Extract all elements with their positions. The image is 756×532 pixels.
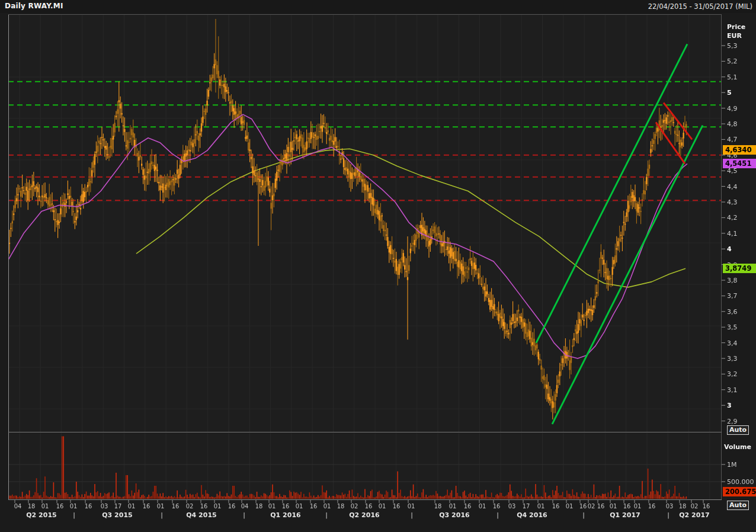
quarter-separator: | (582, 511, 585, 519)
quarter-label: Q1 2016 (270, 511, 300, 519)
price-tick-label: 3,3 (727, 355, 738, 363)
price-tick-label: 4,8 (727, 120, 738, 128)
day-tick-label: 01 (610, 503, 617, 509)
day-tick-label: 01 (214, 503, 222, 509)
price-tick-label: 3,6 (727, 307, 738, 315)
quarter-separator: | (161, 511, 163, 519)
price-tick-label: 4,1 (727, 229, 738, 237)
day-tick-label: 01 (128, 503, 136, 509)
price-tick-label: 5 (727, 89, 732, 97)
day-tick-label: 03 (101, 503, 108, 509)
day-tick-label: 02 (691, 503, 699, 509)
price-tick-label: 3,8 (727, 277, 738, 284)
day-tick-label: 01 (70, 503, 78, 509)
day-tick-label: 01 (449, 503, 457, 509)
price-tick-label: 2,9 (727, 417, 738, 425)
header-bar: Daily RWAY.MI 22/04/2015 - 31/05/2017 (M… (0, 0, 756, 13)
day-tick-label: 16 (703, 503, 710, 509)
quarter-label: Q1 2017 (610, 511, 640, 519)
day-tick-label: 02 (186, 503, 194, 509)
day-tick-label: 01 (157, 503, 165, 509)
day-tick-label: 16 (310, 503, 318, 509)
day-tick-label: 18 (337, 503, 345, 509)
day-tick-label: 01 (41, 503, 49, 509)
price-tick-label: 3,4 (727, 339, 738, 347)
quarter-separator: | (243, 511, 245, 519)
price-chart-canvas[interactable] (0, 0, 756, 532)
quarter-separator: | (496, 511, 499, 519)
day-tick-label: 01 (479, 503, 486, 509)
day-tick-label: 17 (114, 503, 122, 509)
day-tick-label: 18 (434, 503, 442, 509)
day-tick-label: 16 (579, 503, 587, 509)
volume-tick-label: 500.000 (727, 478, 754, 486)
price-tick-label: 3,7 (727, 292, 738, 300)
day-tick-label: 16 (143, 503, 150, 509)
price-tick-label: 4,2 (727, 214, 738, 222)
day-tick-label: 01 (268, 503, 276, 509)
price-axis-title: Price (727, 23, 745, 31)
quarter-label: Q2 2015 (26, 511, 56, 519)
chart-application-window: Daily RWAY.MI 22/04/2015 - 31/05/2017 (M… (0, 0, 756, 532)
quarter-separator: | (325, 511, 328, 519)
day-tick-label: 18 (28, 503, 36, 509)
day-tick-label: 04 (14, 503, 22, 509)
quarter-separator: | (667, 511, 669, 519)
day-tick-label: 17 (523, 503, 530, 509)
quarter-label: Q4 2015 (186, 511, 216, 519)
day-tick-label: 16 (393, 503, 401, 509)
last-price-label: 4,6340 (723, 145, 756, 155)
volume-scale-auto-button[interactable]: Auto (727, 501, 749, 510)
day-tick-label: 01 (296, 503, 303, 509)
quarter-label: Q4 2016 (517, 511, 547, 519)
price-tick-label: 3,5 (727, 323, 738, 331)
day-tick-label: 02 (588, 503, 595, 509)
price-tick-label: 4,7 (727, 136, 738, 143)
price-tick-label: 5,1 (727, 73, 738, 81)
day-tick-label: 16 (597, 503, 605, 509)
day-tick-label: 18 (679, 503, 687, 509)
day-tick-label: 16 (493, 503, 501, 509)
price-tick-label: 5,2 (727, 57, 738, 65)
quarter-label: Q2 2017 (679, 511, 709, 519)
day-tick-label: 16 (648, 503, 656, 509)
price-tick-label: 3,2 (727, 370, 738, 378)
day-tick-label: 02 (351, 503, 358, 509)
ma-slow-price-label: 3,8749 (723, 264, 756, 273)
volume-tick-label: 1M (727, 461, 737, 469)
price-tick-label: 4,3 (727, 198, 738, 206)
price-tick-label: 5,3 (727, 42, 738, 50)
day-tick-label: 16 (228, 503, 236, 509)
day-tick-label: 03 (508, 503, 516, 509)
day-tick-label: 01 (566, 503, 574, 509)
day-tick-label: 16 (56, 503, 64, 509)
day-tick-label: 16 (200, 503, 208, 509)
date-range: 22/04/2015 - 31/05/2017 (MIL) (648, 2, 752, 11)
day-tick-label: 16 (85, 503, 92, 509)
day-tick-label: 16 (623, 503, 631, 509)
day-tick-label: 16 (552, 503, 560, 509)
price-tick-label: 4,4 (727, 182, 738, 190)
price-tick-label: 4 (727, 245, 732, 253)
volume-axis-title: Volume (724, 443, 751, 451)
price-scale-auto-button[interactable]: Auto (727, 425, 749, 435)
price-tick-label: 4,9 (727, 104, 738, 112)
quarter-label: Q2 2016 (349, 511, 379, 519)
day-tick-label: 16 (282, 503, 290, 509)
day-tick-label: 04 (241, 503, 249, 509)
day-tick-label: 01 (634, 503, 642, 509)
day-tick-label: 16 (464, 503, 472, 509)
quarter-label: Q3 2016 (439, 511, 469, 519)
price-tick-label: 3 (727, 402, 732, 409)
chart-title: Daily RWAY.MI (5, 2, 63, 10)
day-tick-label: 01 (537, 503, 545, 509)
day-tick-label: 16 (172, 503, 180, 509)
day-tick-label: 01 (408, 503, 415, 509)
ma-fast-price-label: 4,5451 (723, 159, 756, 168)
quarter-label: Q3 2015 (102, 511, 132, 519)
day-tick-label: 16 (365, 503, 373, 509)
day-tick-label: 01 (323, 503, 331, 509)
day-tick-label: 03 (666, 503, 674, 509)
price-axis-unit: EUR (727, 32, 742, 40)
quarter-separator: | (411, 511, 413, 519)
